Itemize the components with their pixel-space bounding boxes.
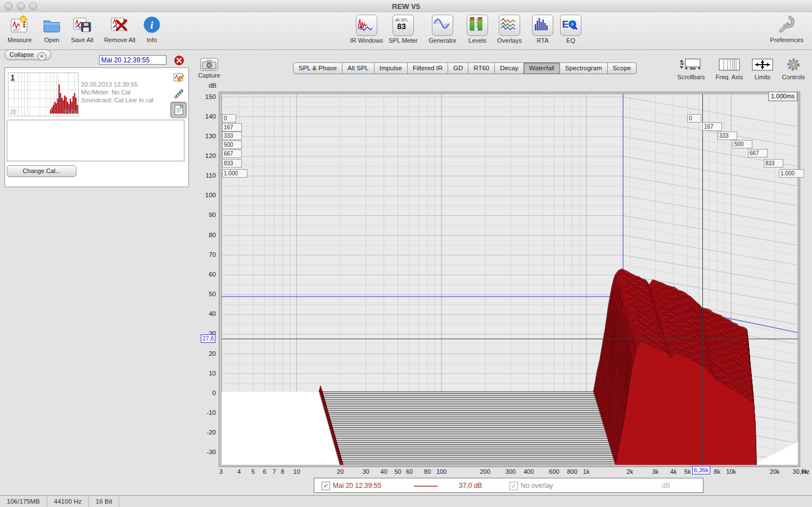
time-slice-label-right: 667	[748, 149, 768, 157]
controls-button[interactable]: Controls	[772, 57, 812, 80]
legend-overlay-label: No overlay	[521, 482, 553, 490]
time-slice-label-left: 333	[222, 132, 242, 140]
tab-rt60[interactable]: RT60	[468, 62, 495, 74]
remove-measurement-icon[interactable]	[174, 56, 184, 65]
measurement-checkbox[interactable]: ✓	[322, 482, 330, 490]
eq-icon: EQ	[560, 15, 581, 36]
svg-text:6: 6	[476, 25, 478, 28]
time-slice-label-left: 667	[222, 150, 242, 158]
y-axis-tick: 40	[195, 310, 216, 317]
info-button[interactable]: iInfo	[128, 15, 175, 43]
ir-windows-icon	[356, 15, 377, 36]
y-axis-tick: 80	[195, 232, 216, 238]
status-item: 44100 Hz	[47, 496, 89, 507]
notes-button[interactable]	[170, 102, 187, 118]
y-axis-tick: 60	[195, 271, 216, 278]
y-axis-tick: 50	[195, 291, 216, 297]
rew-window: REW V5 MeasureOpenSave AllRemove AlliInf…	[0, 0, 812, 507]
y-axis-tick: -20	[195, 429, 216, 436]
y-axis-tick: 140	[195, 113, 216, 120]
time-slice-label-right: 167	[702, 123, 722, 131]
svg-text:83: 83	[397, 22, 406, 31]
y-axis-tick: 0	[195, 390, 216, 396]
capture-label: Capture	[191, 72, 227, 79]
change-cal-label: Change Cal...	[22, 168, 60, 174]
measurement-name-input[interactable]	[99, 55, 166, 65]
y-axis-tick: -30	[195, 449, 216, 455]
overlays-icon	[499, 15, 520, 36]
legend-level-value: 37,0 dB	[459, 482, 482, 490]
tab-decay[interactable]: Decay	[494, 62, 524, 74]
cursor-db-readout: 27,6	[201, 334, 215, 343]
y-axis-unit: dB	[206, 82, 219, 89]
measurement-thumbnail[interactable]: 1 20 15,0k	[8, 73, 79, 116]
measurement-list[interactable]	[7, 120, 184, 161]
measurement-soundcard: Soundcard: Cal Line In.cal	[81, 97, 177, 103]
trace-edit-icon[interactable]	[173, 72, 184, 83]
y-axis-tick: 90	[195, 211, 216, 218]
tab-all-spl[interactable]: All SPL	[342, 62, 375, 74]
scrollbars-button[interactable]: Scrollbars	[670, 57, 712, 80]
svg-text:dB SPL: dB SPL	[395, 18, 408, 22]
change-cal-button[interactable]: Change Cal...	[7, 165, 76, 177]
time-slice-label-left: 1.000	[222, 169, 247, 178]
window-title: REW V5	[0, 2, 812, 11]
save-all-icon	[72, 15, 92, 35]
title-bar: REW V5	[0, 0, 812, 13]
legend-unit: dB	[662, 482, 670, 490]
x-axis-tick: 20	[329, 468, 351, 476]
time-slice-label-left: 167	[222, 123, 242, 132]
x-axis-tick: 100	[430, 468, 453, 476]
y-axis-tick: 70	[195, 251, 216, 258]
trace-arithmetic-icon[interactable]	[173, 88, 184, 99]
overlay-checkbox[interactable]: ✓	[509, 482, 518, 490]
toolbar-label: Preferences	[763, 37, 810, 43]
tab-spl-phase[interactable]: SPL & Phase	[293, 62, 342, 74]
waterfall-chart[interactable]	[219, 92, 800, 467]
thumbnail-max-freq: 15,0k	[64, 109, 77, 115]
x-axis-tick: 20k	[764, 468, 786, 476]
toolbar-label: Info	[128, 37, 175, 43]
x-axis-tick: 10	[286, 468, 308, 476]
x-axis-tick: 2k	[619, 468, 641, 476]
x-axis-tick: 200	[474, 468, 497, 476]
capture-button[interactable]	[200, 58, 218, 71]
toolbar-label: EQ	[547, 37, 594, 44]
time-slice-label-left: 0	[222, 114, 236, 123]
main-toolbar: MeasureOpenSave AllRemove AlliInfoIR Win…	[0, 12, 812, 50]
svg-text:i: i	[150, 19, 154, 31]
graph-tab-bar: SPL & PhaseAll SPLImpulseFiltered IRGDRT…	[293, 62, 637, 74]
time-slice-label-left: 500	[222, 141, 242, 149]
measurement-mic: Mic/Meter: No Cal	[81, 89, 177, 96]
tab-spectrogram[interactable]: Spectrogram	[560, 62, 608, 74]
time-slice-label-right: 1.000	[779, 169, 804, 178]
tab-filtered-ir[interactable]: Filtered IR	[407, 62, 448, 74]
legend-bar: ✓ Mai 20 12:39:55 37,0 dB ✓ No overlay d…	[314, 478, 703, 493]
y-axis-tick: 130	[195, 133, 216, 139]
measure-icon	[10, 15, 30, 35]
cursor-freq-readout: 6,36k	[692, 466, 710, 474]
tab-gd[interactable]: GD	[448, 62, 468, 74]
view-button-label: Scrollbars	[670, 74, 712, 80]
view-button-label: Controls	[772, 74, 812, 80]
tab-waterfall[interactable]: Waterfall	[524, 62, 560, 74]
y-axis-tick: 120	[195, 152, 216, 159]
tab-scope[interactable]: Scope	[607, 62, 637, 74]
legend-line-swatch	[414, 486, 437, 487]
y-axis-tick: 150	[195, 93, 216, 100]
eq-button[interactable]: EQEQ	[547, 15, 594, 44]
time-slice-label-right: 333	[718, 132, 737, 140]
x-axis-tick: 10k	[720, 468, 742, 476]
limits-icon	[750, 57, 775, 72]
y-axis-tick: 110	[195, 172, 216, 179]
status-bar: 106/175MB44100 Hz16 Bit	[0, 495, 812, 507]
time-slice-label-right: 0	[687, 114, 701, 123]
generator-icon	[432, 15, 453, 36]
collapse-button[interactable]: Collapse «	[4, 49, 51, 60]
tab-impulse[interactable]: Impulse	[374, 62, 408, 74]
levels-icon: 036	[467, 15, 488, 36]
preferences-button[interactable]: Preferences	[763, 15, 810, 43]
legend-measurement-name: Mai 20 12:39:55	[333, 482, 381, 490]
time-slice-label-right: 833	[764, 159, 783, 168]
time-slice-label-left: 833	[222, 159, 242, 168]
